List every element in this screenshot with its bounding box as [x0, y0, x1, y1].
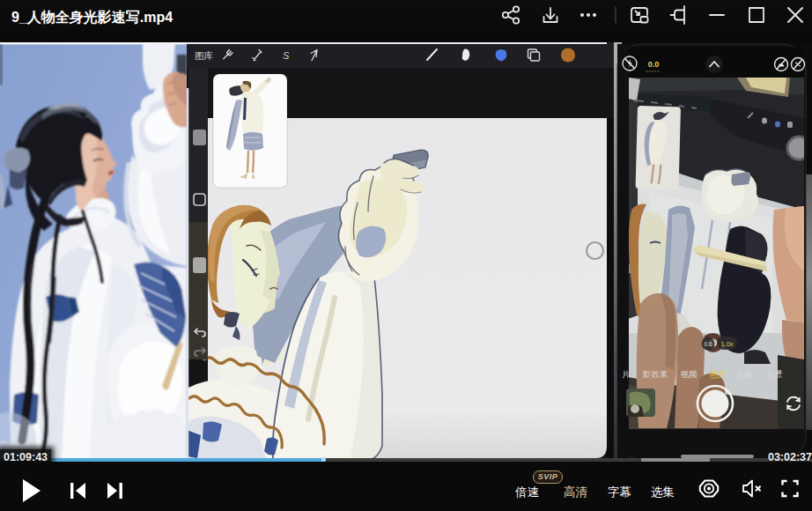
- svg-text:1.0x: 1.0x: [720, 340, 733, 348]
- svg-text:0.6: 0.6: [704, 341, 712, 347]
- svg-text:视频: 视频: [681, 369, 698, 379]
- svg-text:人像: 人像: [736, 369, 753, 379]
- svg-text:S: S: [283, 50, 290, 61]
- svg-text:片: 片: [622, 369, 631, 379]
- svg-text:0.0: 0.0: [648, 60, 660, 69]
- svg-text:图库: 图库: [195, 50, 214, 61]
- svg-text:全景: 全景: [766, 369, 784, 379]
- svg-text:影效果: 影效果: [642, 369, 668, 379]
- svg-text:照片: 照片: [710, 369, 727, 380]
